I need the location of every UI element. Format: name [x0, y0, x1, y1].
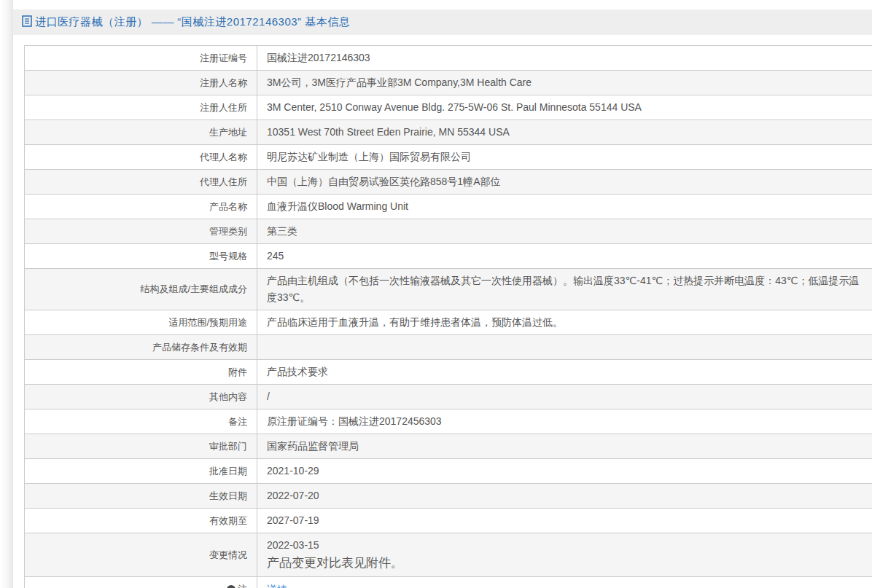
table-row: 注册人住所3M Center, 2510 Conway Avenue Bldg.…	[25, 95, 872, 120]
row-value: 2021-10-29	[257, 459, 872, 483]
row-value-text: 国械注进20172146303	[267, 50, 863, 66]
row-value-text: 产品由主机组成（不包括一次性输液器械及其它一次性使用器械）。输出温度33℃-41…	[267, 273, 863, 306]
table-row: 代理人名称明尼苏达矿业制造（上海）国际贸易有限公司	[25, 145, 872, 170]
row-label-text: 代理人名称	[200, 149, 247, 165]
row-label: 备注	[25, 409, 257, 434]
row-label: 注册证编号	[25, 46, 257, 70]
row-label-text: 附件	[228, 364, 247, 380]
row-label-text: 其他内容	[209, 389, 247, 405]
row-label-text: 生效日期	[209, 488, 247, 504]
row-value: 2027-07-19	[257, 509, 872, 533]
row-label-text: 批准日期	[209, 463, 247, 479]
row-label-text: 代理人住所	[200, 174, 247, 190]
row-value-text: 2027-07-19	[267, 512, 863, 529]
row-label: 有效期至	[25, 509, 257, 533]
row-label-text: 生产地址	[209, 125, 247, 141]
row-label: 生产地址	[25, 120, 257, 144]
row-label: 注册人名称	[25, 71, 257, 95]
row-label-text: 备注	[228, 414, 247, 430]
row-label: 型号规格	[25, 244, 257, 268]
row-value: 2022-03-15产品变更对比表见附件。	[257, 533, 872, 576]
row-label-text: 适用范围/预期用途	[168, 315, 247, 331]
row-value-text: 2021-10-29	[267, 463, 863, 479]
row-label: 变更情况	[25, 533, 257, 576]
row-value: 2022-07-20	[257, 484, 872, 508]
row-value: 国械注进20172146303	[257, 46, 872, 70]
row-label: 代理人住所	[25, 170, 257, 194]
row-label: 代理人名称	[25, 145, 257, 169]
row-value-text: 3M公司，3M医疗产品事业部3M Company,3M Health Care	[267, 74, 863, 91]
row-value-text: 3M Center, 2510 Conway Avenue Bldg. 275-…	[267, 99, 863, 116]
row-value-text: 产品临床适用于血液升温，有助于维持患者体温，预防体温过低。	[267, 314, 863, 331]
row-value: 3M Center, 2510 Conway Avenue Bldg. 275-…	[257, 95, 872, 119]
row-label: 生效日期	[25, 484, 257, 508]
table-row: 批准日期2021-10-29	[25, 459, 872, 484]
row-value: 中国（上海）自由贸易试验区英伦路858号1幢A部位	[257, 170, 872, 194]
table-row: 备注原注册证编号：国械注进20172456303	[25, 409, 872, 434]
row-value: 第三类	[257, 219, 872, 243]
row-label-text: 注册证编号	[200, 50, 247, 66]
table-row: 注册人名称3M公司，3M医疗产品事业部3M Company,3M Health …	[25, 71, 872, 95]
row-value-text: 第三类	[267, 223, 863, 240]
row-label: 管理类别	[25, 219, 257, 243]
row-label-text: 结构及组成/主要组成成分	[140, 281, 247, 297]
row-label-text: 变更情况	[209, 547, 247, 563]
row-value-line: 产品变更对比表见附件。	[267, 554, 863, 573]
row-value: 245	[257, 244, 872, 268]
row-label: 注	[25, 577, 257, 588]
table-row: 生产地址10351 West 70th Street Eden Prairie,…	[25, 120, 872, 145]
row-label: 适用范围/预期用途	[25, 310, 257, 334]
table-row: 附件产品技术要求	[25, 360, 872, 385]
row-value-line: 2022-03-15	[267, 537, 863, 554]
detail-link[interactable]: 详情	[267, 581, 863, 588]
table-row: 产品储存条件及有效期	[25, 335, 872, 360]
row-label-text: 管理类别	[209, 224, 247, 240]
table-row: 管理类别第三类	[25, 219, 872, 244]
row-value-text: 10351 West 70th Street Eden Prairie, MN …	[267, 124, 863, 141]
table-row: 产品名称血液升温仪Blood Warming Unit	[25, 195, 872, 219]
row-value: 产品技术要求	[257, 360, 872, 384]
row-label: 产品名称	[25, 195, 257, 219]
row-label-text: 注册人名称	[200, 75, 247, 91]
row-value: 3M公司，3M医疗产品事业部3M Company,3M Health Care	[257, 71, 872, 95]
table-row: 有效期至2027-07-19	[25, 509, 872, 533]
row-value: 产品临床适用于血液升温，有助于维持患者体温，预防体温过低。	[257, 310, 872, 334]
row-label-text: 注册人住所	[200, 100, 247, 116]
row-label: 结构及组成/主要组成成分	[25, 269, 257, 310]
row-value: 详情	[257, 577, 872, 588]
page-title: 进口医疗器械（注册） —— “国械注进20172146303” 基本信息	[35, 15, 350, 29]
row-value-text: 2022-07-20	[267, 487, 863, 504]
row-label: 审批部门	[25, 434, 257, 458]
row-label-text: 注	[238, 581, 247, 588]
row-value-text: 国家药品监督管理局	[267, 438, 863, 455]
row-value: /	[257, 385, 872, 409]
row-value-text: /	[267, 388, 863, 405]
row-value-text: 产品技术要求	[267, 364, 863, 380]
table-row: 审批部门国家药品监督管理局	[25, 434, 872, 459]
table-row: 注详情	[25, 577, 872, 588]
content-panel: 进口医疗器械（注册） —— “国械注进20172146303” 基本信息 注册证…	[13, 0, 872, 588]
table-row: 型号规格245	[25, 244, 872, 269]
table-row: 代理人住所中国（上海）自由贸易试验区英伦路858号1幢A部位	[25, 170, 872, 195]
table-row: 其他内容/	[25, 385, 872, 409]
row-label-text: 产品储存条件及有效期	[152, 340, 247, 356]
row-label-text: 产品名称	[209, 199, 247, 215]
registration-info-table: 注册证编号国械注进20172146303注册人名称3M公司，3M医疗产品事业部3…	[24, 45, 872, 588]
table-row: 生效日期2022-07-20	[25, 484, 872, 509]
row-value-text: 中国（上海）自由贸易试验区英伦路858号1幢A部位	[267, 173, 863, 190]
table-row: 注册证编号国械注进20172146303	[25, 46, 872, 71]
row-value-text: 245	[267, 248, 863, 264]
row-label: 其他内容	[25, 385, 257, 409]
row-value: 产品由主机组成（不包括一次性输液器械及其它一次性使用器械）。输出温度33℃-41…	[257, 269, 872, 310]
row-value: 原注册证编号：国械注进20172456303	[257, 409, 872, 434]
row-label: 附件	[25, 360, 257, 384]
row-value: 国家药品监督管理局	[257, 434, 872, 458]
row-label: 批准日期	[25, 459, 257, 483]
page-header: 进口医疗器械（注册） —— “国械注进20172146303” 基本信息	[13, 9, 872, 35]
table-row: 结构及组成/主要组成成分产品由主机组成（不包括一次性输液器械及其它一次性使用器械…	[25, 269, 872, 310]
row-value-text: 血液升温仪Blood Warming Unit	[267, 198, 863, 215]
row-value: 血液升温仪Blood Warming Unit	[257, 195, 872, 219]
row-label: 注册人住所	[25, 95, 257, 119]
page-left-gutter	[0, 0, 13, 588]
document-icon	[22, 15, 32, 30]
